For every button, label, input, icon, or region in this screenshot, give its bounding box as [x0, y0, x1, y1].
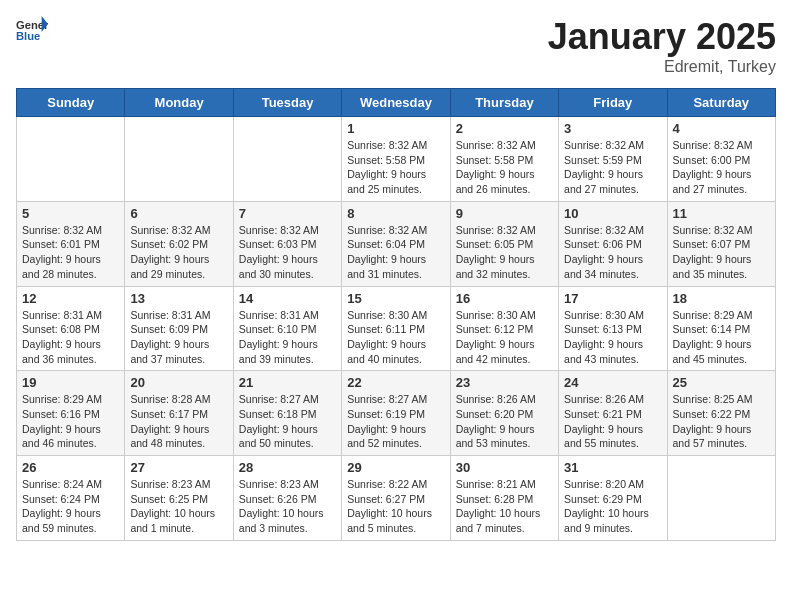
day-info: Sunrise: 8:25 AM Sunset: 6:22 PM Dayligh… [673, 392, 770, 451]
day-number: 21 [239, 375, 336, 390]
day-cell: 9Sunrise: 8:32 AM Sunset: 6:05 PM Daylig… [450, 201, 558, 286]
day-info: Sunrise: 8:31 AM Sunset: 6:10 PM Dayligh… [239, 308, 336, 367]
day-cell: 18Sunrise: 8:29 AM Sunset: 6:14 PM Dayli… [667, 286, 775, 371]
day-cell: 22Sunrise: 8:27 AM Sunset: 6:19 PM Dayli… [342, 371, 450, 456]
day-number: 5 [22, 206, 119, 221]
week-row-5: 26Sunrise: 8:24 AM Sunset: 6:24 PM Dayli… [17, 456, 776, 541]
weekday-wednesday: Wednesday [342, 89, 450, 117]
day-number: 9 [456, 206, 553, 221]
day-cell: 15Sunrise: 8:30 AM Sunset: 6:11 PM Dayli… [342, 286, 450, 371]
day-number: 23 [456, 375, 553, 390]
day-number: 15 [347, 291, 444, 306]
logo: General Blue [16, 16, 48, 44]
day-cell: 11Sunrise: 8:32 AM Sunset: 6:07 PM Dayli… [667, 201, 775, 286]
week-row-2: 5Sunrise: 8:32 AM Sunset: 6:01 PM Daylig… [17, 201, 776, 286]
day-number: 29 [347, 460, 444, 475]
week-row-4: 19Sunrise: 8:29 AM Sunset: 6:16 PM Dayli… [17, 371, 776, 456]
day-cell: 28Sunrise: 8:23 AM Sunset: 6:26 PM Dayli… [233, 456, 341, 541]
day-cell: 8Sunrise: 8:32 AM Sunset: 6:04 PM Daylig… [342, 201, 450, 286]
day-number: 8 [347, 206, 444, 221]
day-cell: 4Sunrise: 8:32 AM Sunset: 6:00 PM Daylig… [667, 117, 775, 202]
day-number: 1 [347, 121, 444, 136]
day-info: Sunrise: 8:23 AM Sunset: 6:25 PM Dayligh… [130, 477, 227, 536]
day-number: 17 [564, 291, 661, 306]
day-info: Sunrise: 8:31 AM Sunset: 6:09 PM Dayligh… [130, 308, 227, 367]
day-info: Sunrise: 8:24 AM Sunset: 6:24 PM Dayligh… [22, 477, 119, 536]
day-info: Sunrise: 8:20 AM Sunset: 6:29 PM Dayligh… [564, 477, 661, 536]
weekday-friday: Friday [559, 89, 667, 117]
calendar-subtitle: Edremit, Turkey [548, 58, 776, 76]
day-cell: 12Sunrise: 8:31 AM Sunset: 6:08 PM Dayli… [17, 286, 125, 371]
day-info: Sunrise: 8:29 AM Sunset: 6:14 PM Dayligh… [673, 308, 770, 367]
day-cell: 16Sunrise: 8:30 AM Sunset: 6:12 PM Dayli… [450, 286, 558, 371]
day-cell [125, 117, 233, 202]
day-info: Sunrise: 8:32 AM Sunset: 6:03 PM Dayligh… [239, 223, 336, 282]
day-number: 3 [564, 121, 661, 136]
day-info: Sunrise: 8:32 AM Sunset: 5:58 PM Dayligh… [456, 138, 553, 197]
title-area: January 2025 Edremit, Turkey [548, 16, 776, 76]
day-cell: 24Sunrise: 8:26 AM Sunset: 6:21 PM Dayli… [559, 371, 667, 456]
day-number: 28 [239, 460, 336, 475]
day-cell: 5Sunrise: 8:32 AM Sunset: 6:01 PM Daylig… [17, 201, 125, 286]
day-cell: 2Sunrise: 8:32 AM Sunset: 5:58 PM Daylig… [450, 117, 558, 202]
day-cell: 23Sunrise: 8:26 AM Sunset: 6:20 PM Dayli… [450, 371, 558, 456]
logo-icon: General Blue [16, 16, 48, 44]
day-cell: 25Sunrise: 8:25 AM Sunset: 6:22 PM Dayli… [667, 371, 775, 456]
day-cell: 14Sunrise: 8:31 AM Sunset: 6:10 PM Dayli… [233, 286, 341, 371]
calendar-title: January 2025 [548, 16, 776, 58]
day-number: 27 [130, 460, 227, 475]
day-info: Sunrise: 8:28 AM Sunset: 6:17 PM Dayligh… [130, 392, 227, 451]
day-number: 14 [239, 291, 336, 306]
day-cell: 10Sunrise: 8:32 AM Sunset: 6:06 PM Dayli… [559, 201, 667, 286]
day-cell: 31Sunrise: 8:20 AM Sunset: 6:29 PM Dayli… [559, 456, 667, 541]
day-number: 24 [564, 375, 661, 390]
header: General Blue January 2025 Edremit, Turke… [16, 16, 776, 76]
day-info: Sunrise: 8:30 AM Sunset: 6:13 PM Dayligh… [564, 308, 661, 367]
calendar-table: SundayMondayTuesdayWednesdayThursdayFrid… [16, 88, 776, 541]
day-number: 31 [564, 460, 661, 475]
day-info: Sunrise: 8:32 AM Sunset: 6:01 PM Dayligh… [22, 223, 119, 282]
day-number: 7 [239, 206, 336, 221]
weekday-header-row: SundayMondayTuesdayWednesdayThursdayFrid… [17, 89, 776, 117]
weekday-thursday: Thursday [450, 89, 558, 117]
day-cell: 26Sunrise: 8:24 AM Sunset: 6:24 PM Dayli… [17, 456, 125, 541]
weekday-saturday: Saturday [667, 89, 775, 117]
day-number: 22 [347, 375, 444, 390]
day-cell: 29Sunrise: 8:22 AM Sunset: 6:27 PM Dayli… [342, 456, 450, 541]
day-info: Sunrise: 8:26 AM Sunset: 6:21 PM Dayligh… [564, 392, 661, 451]
day-cell [667, 456, 775, 541]
day-info: Sunrise: 8:32 AM Sunset: 6:05 PM Dayligh… [456, 223, 553, 282]
day-cell: 3Sunrise: 8:32 AM Sunset: 5:59 PM Daylig… [559, 117, 667, 202]
day-number: 18 [673, 291, 770, 306]
day-cell [17, 117, 125, 202]
day-info: Sunrise: 8:32 AM Sunset: 6:07 PM Dayligh… [673, 223, 770, 282]
day-cell: 30Sunrise: 8:21 AM Sunset: 6:28 PM Dayli… [450, 456, 558, 541]
day-cell: 21Sunrise: 8:27 AM Sunset: 6:18 PM Dayli… [233, 371, 341, 456]
day-info: Sunrise: 8:32 AM Sunset: 6:04 PM Dayligh… [347, 223, 444, 282]
day-cell [233, 117, 341, 202]
day-cell: 6Sunrise: 8:32 AM Sunset: 6:02 PM Daylig… [125, 201, 233, 286]
day-info: Sunrise: 8:27 AM Sunset: 6:18 PM Dayligh… [239, 392, 336, 451]
weekday-tuesday: Tuesday [233, 89, 341, 117]
week-row-3: 12Sunrise: 8:31 AM Sunset: 6:08 PM Dayli… [17, 286, 776, 371]
day-cell: 20Sunrise: 8:28 AM Sunset: 6:17 PM Dayli… [125, 371, 233, 456]
day-number: 16 [456, 291, 553, 306]
day-number: 26 [22, 460, 119, 475]
weekday-monday: Monday [125, 89, 233, 117]
day-number: 2 [456, 121, 553, 136]
day-info: Sunrise: 8:26 AM Sunset: 6:20 PM Dayligh… [456, 392, 553, 451]
day-info: Sunrise: 8:30 AM Sunset: 6:12 PM Dayligh… [456, 308, 553, 367]
day-number: 4 [673, 121, 770, 136]
day-cell: 7Sunrise: 8:32 AM Sunset: 6:03 PM Daylig… [233, 201, 341, 286]
day-info: Sunrise: 8:21 AM Sunset: 6:28 PM Dayligh… [456, 477, 553, 536]
day-info: Sunrise: 8:27 AM Sunset: 6:19 PM Dayligh… [347, 392, 444, 451]
day-cell: 17Sunrise: 8:30 AM Sunset: 6:13 PM Dayli… [559, 286, 667, 371]
day-number: 19 [22, 375, 119, 390]
weekday-sunday: Sunday [17, 89, 125, 117]
day-number: 13 [130, 291, 227, 306]
day-number: 25 [673, 375, 770, 390]
day-number: 20 [130, 375, 227, 390]
day-number: 30 [456, 460, 553, 475]
day-info: Sunrise: 8:32 AM Sunset: 6:02 PM Dayligh… [130, 223, 227, 282]
day-info: Sunrise: 8:29 AM Sunset: 6:16 PM Dayligh… [22, 392, 119, 451]
